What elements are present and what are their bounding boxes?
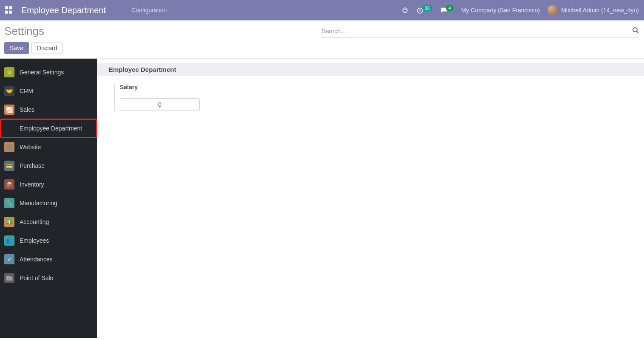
chart-icon: 📈 — [4, 105, 14, 115]
salary-input[interactable] — [120, 98, 200, 111]
avatar — [548, 5, 558, 15]
salary-field-group: Salary — [114, 84, 203, 111]
sidebar-item-label: Sales — [20, 106, 34, 113]
user-menu[interactable]: Mitchell Admin (14_new_dyn) — [548, 5, 639, 15]
sidebar-item-website[interactable]: 🌐Website — [0, 138, 97, 156]
empty-icon — [4, 123, 14, 133]
save-button[interactable]: Save — [4, 42, 29, 54]
company-selector[interactable]: My Company (San Francisco) — [461, 7, 540, 14]
user-check-icon: ✔ — [4, 254, 14, 264]
activity-icon[interactable]: 33 — [416, 6, 432, 14]
sidebar-item-purchase[interactable]: 💳Purchase — [0, 156, 97, 175]
breadcrumb: Settings — [4, 25, 44, 38]
sidebar-item-inventory[interactable]: 📦Inventory — [0, 175, 97, 194]
sidebar-item-label: Attendances — [20, 256, 53, 263]
svg-point-1 — [633, 28, 637, 32]
menu-configuration[interactable]: Configuration — [131, 7, 167, 14]
messaging-badge: 4 — [446, 5, 454, 11]
search-input[interactable] — [320, 25, 639, 37]
settings-sidebar: ⚙General Settings🤝CRM📈SalesEmplopyee Dep… — [0, 59, 97, 338]
search-icon — [632, 27, 639, 34]
sidebar-item-label: Employees — [20, 237, 49, 244]
sidebar-item-attendances[interactable]: ✔Attendances — [0, 250, 97, 269]
wrench-icon: 🔧 — [4, 198, 14, 208]
bug-icon[interactable] — [402, 6, 409, 14]
control-panel: Settings Save Discard — [0, 20, 644, 59]
activity-badge: 33 — [422, 5, 432, 11]
card-icon: 💳 — [4, 161, 14, 171]
sidebar-item-label: Accounting — [20, 218, 49, 225]
search-button[interactable] — [632, 27, 639, 35]
top-navbar: Employee Department Configuration 33 4 M… — [0, 0, 644, 20]
sidebar-item-label: General Settings — [20, 69, 64, 76]
people-icon: 👥 — [4, 235, 14, 246]
sidebar-item-point-of-sale[interactable]: 🏬Point of Sale — [0, 269, 97, 287]
box-icon: 📦 — [4, 179, 14, 190]
sidebar-item-label: Emplopyee Department — [20, 125, 82, 132]
salary-label: Salary — [120, 84, 203, 91]
section-header: Employee Department — [97, 63, 644, 76]
app-title[interactable]: Employee Department — [21, 6, 106, 15]
sidebar-item-label: Website — [20, 144, 41, 150]
gear-icon: ⚙ — [4, 67, 14, 77]
sidebar-item-label: Point of Sale — [20, 275, 53, 281]
sidebar-item-crm[interactable]: 🤝CRM — [0, 82, 97, 100]
discard-button[interactable]: Discard — [31, 42, 62, 54]
sidebar-item-label: Purchase — [20, 162, 45, 169]
sidebar-item-sales[interactable]: 📈Sales — [0, 100, 97, 119]
messaging-icon[interactable]: 4 — [440, 6, 454, 14]
globe-icon: 🌐 — [4, 142, 14, 152]
sidebar-item-manufacturing[interactable]: 🔧Manufacturing — [0, 194, 97, 212]
sidebar-item-label: CRM — [20, 88, 33, 94]
handshake-icon: 🤝 — [4, 86, 14, 96]
sidebar-item-label: Inventory — [20, 181, 44, 188]
sidebar-item-label: Manufacturing — [20, 200, 57, 207]
apps-menu-icon[interactable] — [5, 6, 13, 14]
sidebar-item-employees[interactable]: 👥Employees — [0, 231, 97, 250]
sidebar-item-emplopyee-department[interactable]: Emplopyee Department — [0, 119, 97, 138]
shop-icon: 🏬 — [4, 273, 14, 283]
money-icon: 💵 — [4, 217, 14, 227]
settings-content: Employee Department Salary — [97, 59, 644, 338]
sidebar-item-accounting[interactable]: 💵Accounting — [0, 212, 97, 231]
sidebar-item-general-settings[interactable]: ⚙General Settings — [0, 63, 97, 82]
user-name: Mitchell Admin (14_new_dyn) — [561, 7, 639, 14]
